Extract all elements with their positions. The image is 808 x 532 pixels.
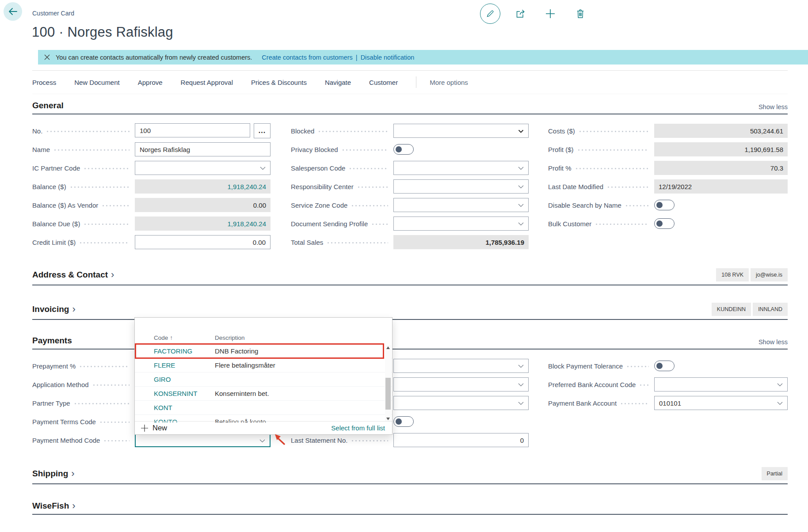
- chevron-down-icon: [518, 185, 524, 189]
- total-sales-value: 1,785,936.19: [393, 235, 529, 249]
- new-button[interactable]: New: [141, 424, 167, 432]
- popup-scrollbar[interactable]: [385, 345, 391, 422]
- field-preferred-bank: Preferred Bank Account Code: [548, 375, 788, 394]
- field-bulk-customer: Bulk Customer: [548, 214, 788, 233]
- page-actions: [475, 3, 595, 25]
- dropdown-row-konsernint[interactable]: KONSERNINTKonsernintern bet.: [135, 387, 392, 401]
- chevron-right-icon: ›: [72, 502, 75, 509]
- scroll-up-icon[interactable]: [385, 345, 391, 350]
- chevron-down-icon: [260, 167, 266, 171]
- payment-method-code-combobox[interactable]: [135, 433, 271, 447]
- address-badge-post: 108 RVK: [716, 268, 749, 281]
- field-salesperson-code: Salesperson Code: [291, 159, 529, 177]
- blocked-select[interactable]: [393, 124, 529, 138]
- payments-dropdown-3[interactable]: [393, 396, 529, 410]
- dropdown-row-kont[interactable]: KONT: [135, 401, 392, 415]
- field-responsibility-center: Responsibility Center: [291, 177, 529, 196]
- balance-due-value[interactable]: 1,918,240.24: [135, 217, 271, 231]
- chevron-right-icon: ›: [111, 271, 114, 278]
- menu-item-approve[interactable]: Approve: [138, 79, 163, 86]
- menu-item-prices-discounts[interactable]: Prices & Discounts: [251, 79, 307, 86]
- chevron-down-icon: [259, 439, 265, 443]
- payments-section-title[interactable]: Payments: [32, 336, 72, 346]
- service-zone-code-dropdown[interactable]: [393, 198, 529, 212]
- menu-item-navigate[interactable]: Navigate: [325, 79, 351, 86]
- payment-bank-account-dropdown[interactable]: 010101: [654, 396, 788, 410]
- shipping-badge-partial: Partial: [762, 467, 788, 480]
- address-badge-email: jo@wise.is: [751, 268, 788, 281]
- disable-search-by-name-toggle[interactable]: [654, 200, 675, 210]
- more-options-button[interactable]: More options: [430, 79, 468, 86]
- edit-button[interactable]: [475, 3, 505, 25]
- wisefish-section-title[interactable]: WiseFish›: [32, 501, 76, 511]
- dropdown-row-flere[interactable]: FLEREFlere betalingsmåter: [135, 358, 392, 372]
- menu-item-process[interactable]: Process: [32, 79, 56, 86]
- menu-item-request-approval[interactable]: Request Approval: [181, 79, 233, 86]
- section-address-contact: Address & Contact› 108 RVK jo@wise.is: [32, 268, 788, 285]
- dropdown-row-factoring[interactable]: FACTORINGDNB Factoring: [135, 344, 392, 358]
- chevron-right-icon: ›: [71, 470, 74, 477]
- name-input[interactable]: Norges Rafisklag: [135, 142, 271, 156]
- costs-value: 503,244.61: [654, 124, 788, 138]
- field-service-zone-code: Service Zone Code: [291, 196, 529, 214]
- field-profit-pct: Profit % 70.3: [548, 159, 788, 177]
- block-payment-tolerance-toggle[interactable]: [654, 361, 675, 371]
- new-record-button[interactable]: [535, 3, 565, 25]
- address-contact-section-title[interactable]: Address & Contact›: [32, 270, 114, 280]
- delete-button[interactable]: [565, 3, 595, 25]
- invoicing-section-title[interactable]: Invoicing›: [32, 304, 76, 314]
- share-button[interactable]: [505, 3, 535, 25]
- field-name: Name Norges Rafisklag: [32, 140, 271, 159]
- profit-pct-value: 70.3: [654, 161, 788, 175]
- field-disable-search: Disable Search by Name: [548, 196, 788, 214]
- bulk-customer-toggle[interactable]: [654, 218, 675, 229]
- shipping-section-title[interactable]: Shipping›: [32, 469, 75, 479]
- payments-dropdown-1[interactable]: [393, 359, 529, 373]
- payments-toggle-mid[interactable]: [393, 416, 414, 427]
- back-button[interactable]: [4, 2, 22, 21]
- invoicing-badge-domestic: INNLAND: [753, 303, 788, 316]
- create-contacts-link[interactable]: Create contacts from customers: [262, 54, 353, 61]
- notification-message: You can create contacts automatically fr…: [56, 54, 252, 61]
- salesperson-code-dropdown[interactable]: [393, 161, 529, 175]
- payment-method-dropdown-popup: Code↑ Description FACTORINGDNB Factoring…: [134, 317, 393, 435]
- menu-item-customer[interactable]: Customer: [369, 79, 398, 86]
- assist-edit-button[interactable]: ...: [254, 123, 271, 138]
- menu-item-new-document[interactable]: New Document: [74, 79, 120, 86]
- chevron-right-icon: ›: [72, 306, 75, 313]
- credit-limit-input[interactable]: 0.00: [135, 235, 271, 249]
- column-header-description: Description: [215, 334, 245, 341]
- field-no: No. 100 ...: [32, 122, 271, 140]
- disable-notification-link[interactable]: Disable notification: [361, 54, 415, 61]
- payments-show-less[interactable]: Show less: [758, 338, 788, 346]
- field-blocked: Blocked: [291, 122, 529, 140]
- close-icon[interactable]: [38, 54, 56, 60]
- scrollbar-thumb[interactable]: [385, 378, 391, 410]
- no-input[interactable]: 100: [135, 123, 250, 137]
- chevron-down-icon: [777, 402, 783, 406]
- general-section-title[interactable]: General: [32, 101, 64, 110]
- field-privacy-blocked: Privacy Blocked: [291, 140, 529, 159]
- general-show-less[interactable]: Show less: [758, 103, 788, 110]
- preferred-bank-account-dropdown[interactable]: [654, 377, 788, 391]
- privacy-blocked-toggle[interactable]: [393, 144, 414, 155]
- dropdown-row-giro[interactable]: GIRO: [135, 372, 392, 387]
- field-balance-due: Balance Due ($) 1,918,240.24: [32, 214, 271, 233]
- section-general: General Show less No. 100 ... Blocked Co…: [32, 101, 788, 251]
- invoicing-badge-customer-group: KUNDEINN: [712, 303, 751, 316]
- back-arrow-icon: [8, 8, 18, 15]
- field-profit: Profit ($) 1,190,691.58: [548, 140, 788, 159]
- document-sending-profile-dropdown[interactable]: [393, 217, 529, 231]
- last-statement-no-input[interactable]: 0: [393, 433, 529, 447]
- sort-ascending-icon: ↑: [170, 334, 173, 341]
- field-ic-partner-code: IC Partner Code: [32, 159, 271, 177]
- trash-icon: [576, 9, 585, 19]
- select-from-full-list-link[interactable]: Select from full list: [331, 424, 385, 432]
- ic-partner-code-dropdown[interactable]: [135, 161, 271, 175]
- balance-value[interactable]: 1,918,240.24: [135, 179, 271, 194]
- field-total-sales: Total Sales 1,785,936.19: [291, 233, 529, 251]
- payments-dropdown-2[interactable]: [393, 377, 529, 391]
- app-caption: Customer Card: [32, 10, 74, 17]
- responsibility-center-dropdown[interactable]: [393, 179, 529, 194]
- last-date-modified-value: 12/19/2022: [654, 179, 788, 194]
